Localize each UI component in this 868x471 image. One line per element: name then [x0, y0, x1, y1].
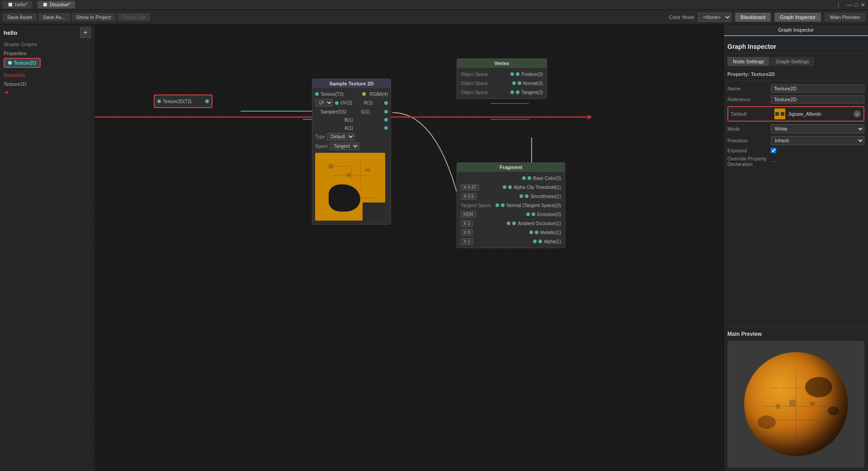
- port-metallic: Metallic(1): [529, 230, 561, 235]
- metal-x: X 0: [461, 229, 473, 236]
- space-dropdown[interactable]: Tangent: [330, 142, 359, 150]
- save-as-button[interactable]: Save As...: [38, 13, 70, 21]
- window-controls: ⋮ — □ ✕: [836, 2, 865, 8]
- project-name: hello: [4, 29, 17, 36]
- graph-inspector-panel: Graph Inspector Node Settings Graph Sett…: [724, 37, 868, 327]
- connections-svg: [95, 24, 723, 471]
- label-texture: Texture(T2): [321, 92, 344, 97]
- texture2d-item: Texture2D: [0, 80, 94, 89]
- node-vertex[interactable]: Vertex Object Space Position(3) Object S…: [457, 58, 547, 99]
- right-panel: Graph Inspector Graph Inspector Node Set…: [723, 24, 868, 471]
- main-preview-canvas: [727, 341, 864, 467]
- port-right-tang: Tangent(3): [510, 90, 543, 95]
- port-pos2: [516, 72, 519, 76]
- toolbar: Save Asset Save As... Show In Project Ch…: [0, 10, 868, 24]
- gi-default-circle-btn[interactable]: ⊙: [854, 110, 861, 118]
- gi-name-input[interactable]: [771, 85, 864, 93]
- texture-preview: [315, 153, 385, 221]
- smooth-x: X 0.5: [461, 193, 476, 200]
- node-fragment-body: Base Color(3) X 0.47 Alpha Clip Threshol…: [457, 172, 565, 248]
- show-in-project-button[interactable]: Show In Project: [72, 13, 116, 21]
- svg-rect-12: [329, 164, 333, 169]
- label-tangent: Tangent(3): [521, 90, 543, 95]
- port-n2: [501, 203, 505, 207]
- svg-rect-13: [347, 173, 350, 177]
- add-button[interactable]: +: [80, 27, 91, 38]
- gi-mode-label: Mode: [727, 126, 768, 132]
- node-texture2d-prop[interactable]: Texture2D(T2): [154, 94, 212, 108]
- node-sample-texture[interactable]: Sample Texture 2D Texture(T2) RGBA(4) UV…: [312, 79, 391, 225]
- maximize-icon[interactable]: □: [855, 2, 858, 8]
- title-bar: 🔲 hello* 🔲 Dissolve* ⋮ — □ ✕: [0, 0, 868, 10]
- tab-dissolve-icon: 🔲: [42, 2, 48, 7]
- gi-default-label: Default: [731, 111, 772, 117]
- node-sample-tex-header: Sample Texture 2D: [312, 79, 391, 88]
- node-label: Texture2D(T2): [163, 99, 192, 104]
- gi-override-row: Override Property Declaration —: [727, 156, 864, 167]
- ao-x: X 1: [461, 220, 473, 227]
- gi-exposed-row: Exposed: [727, 148, 864, 153]
- label-emission: Emission(3): [537, 212, 561, 217]
- left-panel: hello + Shader Graphs Properties Texture…: [0, 24, 95, 471]
- gi-texture-name: Jigsaw_Albedo: [788, 111, 851, 117]
- label-normal-ts: Normal (Tangent Space)(3): [506, 203, 561, 208]
- tab-hello-icon: 🔲: [7, 2, 14, 7]
- tab-graph-inspector[interactable]: Graph Inspector: [724, 24, 868, 36]
- gi-mode-row: Mode White: [727, 124, 864, 133]
- main-preview-button[interactable]: Main Preview: [825, 13, 865, 22]
- svg-rect-19: [781, 112, 784, 116]
- close-icon[interactable]: ✕: [861, 2, 865, 8]
- vertex-row-tangent: Object Space Tangent(3): [457, 88, 547, 97]
- vf-label-obj1: Object Space: [461, 72, 488, 77]
- tab-hello[interactable]: 🔲 hello*: [3, 1, 32, 9]
- gi-default-row: Default Jigsaw_Albedo ⊙: [727, 106, 864, 122]
- main-layout: hello + Shader Graphs Properties Texture…: [0, 24, 868, 471]
- node-fragment[interactable]: Fragment Base Color(3) X 0.47: [457, 162, 565, 248]
- port-normal: Normal (Tangent Space)(3): [495, 203, 561, 208]
- port-r-out: [384, 101, 388, 105]
- type-dropdown[interactable]: Default: [327, 133, 355, 141]
- label-r: R(1): [364, 100, 373, 105]
- port-ao1: [507, 221, 510, 225]
- gi-name-label: Name: [727, 86, 768, 91]
- texture2d-property-tag[interactable]: Texture2D: [4, 58, 41, 68]
- gi-reference-input[interactable]: [771, 95, 864, 104]
- gi-exposed-checkbox[interactable]: [771, 148, 776, 153]
- gi-divider1: [727, 80, 864, 81]
- keywords-label: Keywords: [0, 71, 94, 80]
- check-out-button[interactable]: Check Out: [118, 13, 150, 21]
- more-icon[interactable]: ⋮: [836, 2, 841, 8]
- circuit-overlay: [315, 153, 385, 221]
- node-row-b: B(1): [312, 116, 391, 124]
- frag-row-ao: X 1 Ambient Occlusion(1): [457, 219, 565, 228]
- label-alphaclip: Alpha Clip Threshold(1): [514, 185, 561, 190]
- gi-mode-select[interactable]: White: [771, 124, 864, 133]
- label-b: B(1): [344, 118, 353, 122]
- gi-override-dash: —: [771, 158, 776, 165]
- port-texture: [315, 92, 319, 96]
- node-row-texture: Texture(T2) RGBA(4): [312, 90, 391, 98]
- tab-graph-settings[interactable]: Graph Settings: [770, 57, 814, 66]
- tab-dissolve[interactable]: 🔲 Dissolve*: [38, 1, 75, 9]
- save-asset-button[interactable]: Save Asset: [3, 13, 37, 21]
- svg-rect-18: [775, 112, 779, 116]
- tab-node-settings[interactable]: Node Settings: [727, 57, 769, 66]
- canvas-area[interactable]: Texture2D(T2) Sample Texture 2D Texture(…: [95, 24, 723, 471]
- properties-section: Properties Texture2D: [0, 48, 94, 71]
- graph-inspector-button[interactable]: Graph Inspector: [774, 13, 821, 22]
- label-ao: Ambient Occlusion(1): [518, 221, 561, 226]
- frag-row-alpha: X 1 Alpha(1): [457, 237, 565, 246]
- gi-precision-row: Precision Inherit: [727, 136, 864, 145]
- sphere-circuit: [744, 352, 848, 456]
- minimize-icon[interactable]: —: [847, 2, 852, 8]
- gi-tabs: Node Settings Graph Settings: [727, 57, 864, 66]
- gi-precision-select[interactable]: Inherit: [771, 136, 864, 145]
- color-mode-dropdown[interactable]: <None>: [698, 13, 731, 22]
- port-a-out: [384, 126, 388, 130]
- node-body: Texture2D(T2): [155, 95, 212, 107]
- port-al2: [538, 240, 542, 243]
- uv-dropdown[interactable]: UV0: [315, 99, 333, 107]
- type-label: Type: [315, 134, 325, 139]
- blackboard-button[interactable]: Blackboard: [735, 13, 771, 22]
- frag-row-metallic: X 0 Metallic(1): [457, 228, 565, 237]
